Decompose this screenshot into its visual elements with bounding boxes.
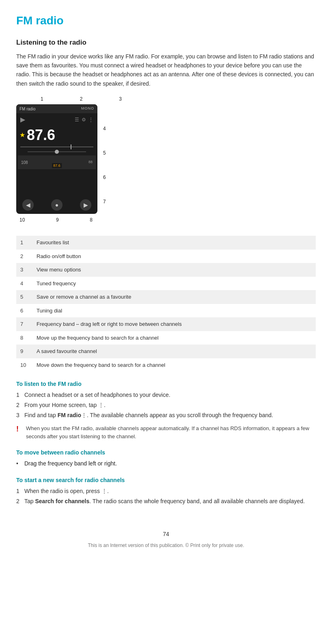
bullet-item: Drag the frequency band left or right. xyxy=(16,459,316,468)
row-desc: Move down the frequency band to search f… xyxy=(32,358,316,372)
step-number: 2 xyxy=(16,497,24,506)
tuning-dial xyxy=(28,151,86,152)
row-num: 6 xyxy=(16,304,32,318)
page-number: 74 xyxy=(16,530,316,538)
step-text: Tap Search for channels. The radio scans… xyxy=(24,497,316,506)
page-title: FM radio xyxy=(16,12,316,29)
row-desc: View menu options xyxy=(32,263,316,277)
table-row: 6Tuning dial xyxy=(16,304,316,318)
callout-8: 8 xyxy=(90,216,93,224)
feature-table: 1Favourites list2Radio on/off button3Vie… xyxy=(16,236,316,372)
step-text: Find and tap FM radio⋮. The available ch… xyxy=(24,411,316,420)
next-button: ▶ xyxy=(80,199,91,211)
row-desc: Radio on/off button xyxy=(32,250,316,263)
icon-2: ⚙ xyxy=(82,116,86,123)
step-text: Connect a headset or a set of headphones… xyxy=(24,391,316,399)
row-desc: Tuning dial xyxy=(32,304,316,318)
to-search-steps: 1When the radio is open, press ⋮.2Tap Se… xyxy=(16,487,316,506)
table-row: 2Radio on/off button xyxy=(16,250,316,263)
page-footer: 74 This is an Internet version of this p… xyxy=(16,522,316,549)
row-desc: Move up the frequency band to search for… xyxy=(32,331,316,345)
row-desc: Favourites list xyxy=(32,236,316,250)
step-item: 1When the radio is open, press ⋮. xyxy=(16,487,316,495)
frequency-slider xyxy=(20,146,93,147)
note-block: ! When you start the FM radio, available… xyxy=(16,424,316,440)
callout-7: 7 xyxy=(103,198,106,205)
center-button: ● xyxy=(51,199,63,211)
table-row: 3View menu options xyxy=(16,263,316,277)
channel-band: 108 88 87.6 xyxy=(18,155,96,169)
callout-2: 2 xyxy=(80,95,83,103)
step-number: 3 xyxy=(16,411,24,420)
to-listen-steps: 1Connect a headset or a set of headphone… xyxy=(16,391,316,420)
callout-6: 6 xyxy=(103,174,106,181)
table-row: 5Save or remove a channel as a favourite xyxy=(16,290,316,304)
row-num: 5 xyxy=(16,290,32,304)
step-number: 1 xyxy=(16,391,24,399)
prev-button: ◀ xyxy=(22,199,34,211)
table-row: 1Favourites list xyxy=(16,236,316,250)
listening-heading: Listening to the radio xyxy=(16,37,316,48)
to-move-bullets: Drag the frequency band left or right. xyxy=(16,459,316,468)
row-num: 4 xyxy=(16,277,32,291)
callout-9: 9 xyxy=(56,216,59,224)
row-num: 9 xyxy=(16,345,32,358)
row-num: 10 xyxy=(16,358,32,372)
star-icon: ★ xyxy=(19,130,25,140)
step-number: 1 xyxy=(16,487,24,495)
row-num: 7 xyxy=(16,317,32,331)
step-item: 1Connect a headset or a set of headphone… xyxy=(16,391,316,399)
to-search-heading: To start a new search for radio channels xyxy=(16,476,316,485)
table-row: 7Frequency band – drag left or right to … xyxy=(16,317,316,331)
mono-label: MONO xyxy=(81,106,94,112)
step-item: 3Find and tap FM radio⋮. The available c… xyxy=(16,411,316,420)
app-label: FM radio xyxy=(19,106,35,112)
table-row: 9A saved favourite channel xyxy=(16,345,316,358)
frequency-display: 87.6 xyxy=(27,128,55,142)
step-item: 2From your Home screen, tap ⋮. xyxy=(16,401,316,409)
row-num: 3 xyxy=(16,263,32,277)
callout-4: 4 xyxy=(103,125,106,132)
row-num: 8 xyxy=(16,331,32,345)
callout-1: 1 xyxy=(41,95,43,103)
phone-diagram: 1 2 3 FM radio MONO ▶ ☰ ⚙ ⋮ ★ xyxy=(16,95,158,224)
table-row: 10Move down the frequency band to search… xyxy=(16,358,316,372)
step-item: 2Tap Search for channels. The radio scan… xyxy=(16,497,316,506)
to-listen-heading: To listen to the FM radio xyxy=(16,380,316,388)
row-desc: A saved favourite channel xyxy=(32,345,316,358)
row-desc: Tuned frequency xyxy=(32,277,316,291)
step-text: When the radio is open, press ⋮. xyxy=(24,487,316,495)
footer-note: This is an Internet version of this publ… xyxy=(16,542,316,549)
icon-1: ☰ xyxy=(75,116,79,123)
row-num: 2 xyxy=(16,250,32,263)
row-desc: Frequency band – drag left or right to m… xyxy=(32,317,316,331)
icon-3: ⋮ xyxy=(88,116,93,123)
to-move-heading: To move between radio channels xyxy=(16,448,316,457)
bottom-controls: ◀ ● ▶ xyxy=(16,199,97,211)
step-number: 2 xyxy=(16,401,24,409)
row-num: 1 xyxy=(16,236,32,250)
listening-intro: The FM radio in your device works like a… xyxy=(16,52,316,88)
callout-5: 5 xyxy=(103,149,106,157)
headphone-icon: ▶ xyxy=(20,115,25,125)
step-text: From your Home screen, tap ⋮. xyxy=(24,401,316,409)
row-desc: Save or remove a channel as a favourite xyxy=(32,290,316,304)
note-text: When you start the FM radio, available c… xyxy=(26,424,316,440)
callout-3: 3 xyxy=(119,95,122,103)
phone-image: FM radio MONO ▶ ☰ ⚙ ⋮ ★ 87.6 xyxy=(16,104,97,214)
note-icon: ! xyxy=(16,424,26,435)
table-row: 8Move up the frequency band to search fo… xyxy=(16,331,316,345)
table-row: 4Tuned frequency xyxy=(16,277,316,291)
callout-10: 10 xyxy=(19,216,25,224)
